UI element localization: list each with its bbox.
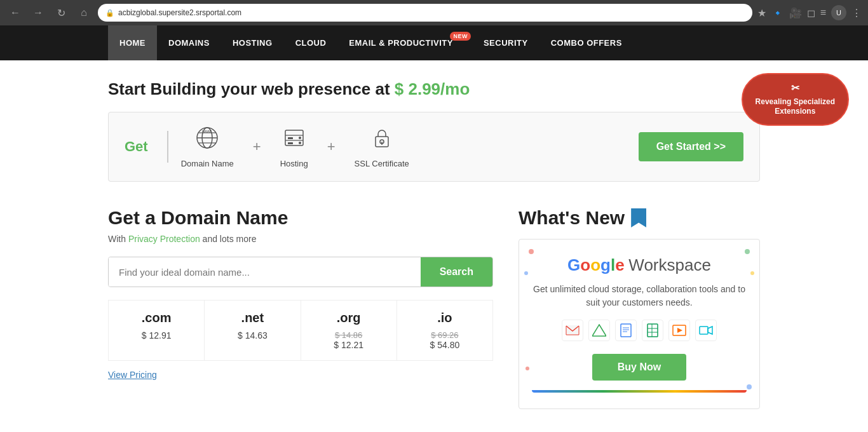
svg-point-11	[299, 137, 301, 139]
tld-com: .com $ 12.91	[109, 300, 204, 360]
whats-new-title: What's New	[519, 207, 625, 229]
svg-point-12	[299, 142, 301, 144]
nav-item-email[interactable]: EMAIL & PRODUCTIVITY New	[337, 25, 472, 60]
dot-6	[747, 384, 752, 389]
google-icons-row	[532, 320, 747, 341]
workspace-desc: Get unlimited cloud storage, collaborati…	[532, 283, 747, 309]
docs-icon	[615, 320, 637, 341]
nav-item-cloud[interactable]: CLOUD	[284, 25, 338, 60]
forward-button[interactable]: →	[29, 4, 47, 22]
hero-section: ✂ Revealing Specialized Extensions Start…	[0, 60, 868, 194]
svg-rect-10	[288, 142, 293, 144]
nav-item-combo[interactable]: COMBO OFFERS	[539, 25, 634, 60]
product-ssl-label: SSL Certificate	[355, 159, 409, 168]
whats-new-section: What's New Google Workspace Get unlimite…	[519, 207, 760, 409]
main-content: Get a Domain Name With Privacy Protectio…	[0, 194, 868, 422]
tld-grid: .com $ 12.91 .net $ 14.63 .org $ 14.86 $…	[108, 300, 493, 361]
divider	[167, 131, 168, 163]
home-button[interactable]: ⌂	[75, 4, 93, 22]
address-bar[interactable]: 🔒 acbizglobal.supersite2.srsportal.com	[98, 4, 752, 22]
nav-item-security[interactable]: SECURITY	[472, 25, 539, 60]
svg-marker-29	[708, 327, 712, 334]
dot-4	[750, 271, 754, 275]
domain-search-input[interactable]	[109, 257, 421, 287]
tld-org: .org $ 14.86 $ 12.21	[301, 300, 397, 360]
nav-item-hosting[interactable]: HOSTING	[221, 25, 284, 60]
svg-marker-27	[677, 328, 682, 333]
product-domain-label: Domain Name	[181, 159, 234, 168]
view-pricing-link[interactable]: View Pricing	[108, 370, 493, 380]
revealing-badge[interactable]: ✂ Revealing Specialized Extensions	[742, 73, 849, 126]
browser-icons: ★ 🔹 🎥 ◻ ≡ U ⋮	[757, 5, 862, 20]
product-ssl: SSL Certificate	[355, 125, 409, 168]
domain-subtitle: With Privacy Protection and lots more	[108, 234, 493, 244]
svg-rect-28	[700, 327, 708, 334]
svg-rect-9	[288, 137, 293, 139]
new-badge: New	[450, 32, 471, 41]
dot-1	[529, 249, 534, 254]
svg-marker-17	[592, 325, 606, 336]
back-button[interactable]: ←	[6, 4, 24, 22]
workspace-title: Google Workspace	[532, 255, 747, 275]
nav-item-domains[interactable]: DOMAINS	[157, 25, 221, 60]
dot-2	[524, 271, 528, 275]
reload-button[interactable]: ↻	[52, 4, 70, 22]
slides-icon	[668, 320, 690, 341]
hero-headline: Start Building your web presence at $ 2.…	[108, 79, 760, 99]
dot-5	[526, 367, 529, 370]
ssl-icon	[369, 125, 395, 155]
main-navigation: HOME DOMAINS HOSTING CLOUD EMAIL & PRODU…	[0, 25, 868, 60]
get-label: Get	[125, 138, 148, 155]
gmail-icon	[562, 320, 583, 341]
meet-icon	[695, 320, 717, 341]
tld-io: .io $ 69.26 $ 54.80	[397, 300, 492, 360]
domain-search-box: Search	[108, 257, 493, 287]
sheets-icon	[642, 320, 663, 341]
profile-icon[interactable]: U	[831, 5, 846, 20]
drive-icon	[588, 320, 610, 341]
domain-search-button[interactable]: Search	[421, 257, 492, 287]
url-text: acbizglobal.supersite2.srsportal.com	[118, 8, 241, 17]
tld-net: .net $ 14.63	[205, 300, 300, 360]
domain-title: Get a Domain Name	[108, 207, 493, 229]
product-hosting-label: Hosting	[280, 159, 308, 168]
nav-item-home[interactable]: HOME	[108, 25, 157, 60]
plus-2: +	[327, 138, 336, 155]
card-border-bottom	[532, 390, 747, 393]
domain-section: Get a Domain Name With Privacy Protectio…	[108, 207, 493, 409]
buy-now-button[interactable]: Buy Now	[592, 354, 686, 381]
get-started-button[interactable]: Get Started >>	[639, 132, 743, 161]
product-domain: www Domain Name	[181, 125, 234, 168]
svg-rect-22	[648, 324, 658, 337]
domain-icon: www	[194, 125, 220, 155]
plus-1: +	[253, 138, 261, 155]
product-hosting: Hosting	[280, 125, 308, 168]
hosting-icon	[281, 125, 307, 155]
dot-3	[745, 249, 750, 254]
browser-bar: ← → ↻ ⌂ 🔒 acbizglobal.supersite2.srsport…	[0, 0, 868, 25]
svg-text:www: www	[201, 129, 212, 133]
get-started-banner: Get www Domain Name +	[108, 112, 760, 182]
bookmark-icon	[631, 208, 646, 227]
svg-rect-18	[621, 324, 631, 337]
workspace-card: Google Workspace Get unlimited cloud sto…	[519, 239, 760, 409]
whats-new-header: What's New	[519, 207, 760, 229]
